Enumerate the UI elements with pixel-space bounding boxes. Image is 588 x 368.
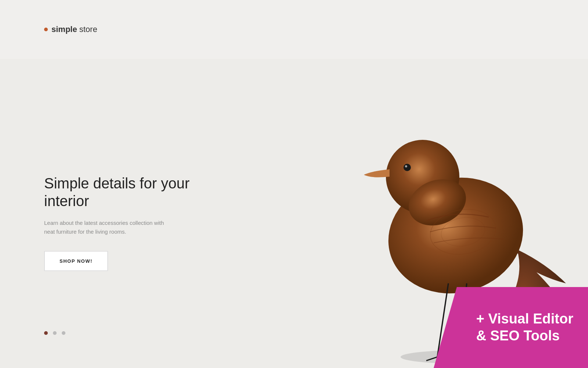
- carousel-dot-2[interactable]: [53, 331, 57, 335]
- carousel-dots: [44, 331, 65, 335]
- logo-text-store: store: [79, 25, 97, 34]
- header: simplestore: [0, 0, 588, 59]
- logo[interactable]: simplestore: [44, 25, 97, 34]
- promo-banner: + Visual Editor & SEO Tools: [434, 287, 588, 368]
- svg-point-13: [405, 165, 407, 167]
- hero-content: Simple details for your interior Learn a…: [44, 174, 220, 271]
- logo-text-simple: simple: [51, 25, 77, 34]
- carousel-dot-3[interactable]: [62, 331, 65, 335]
- logo-dot: [44, 28, 48, 31]
- carousel-dot-1[interactable]: [44, 331, 48, 335]
- hero-subtitle: Learn about the latest accessories colle…: [44, 219, 191, 236]
- hero-title: Simple details for your interior: [44, 174, 220, 210]
- promo-text: + Visual Editor & SEO Tools: [476, 311, 573, 344]
- shop-now-button[interactable]: SHOP NOW!: [44, 251, 108, 271]
- svg-point-12: [404, 164, 411, 171]
